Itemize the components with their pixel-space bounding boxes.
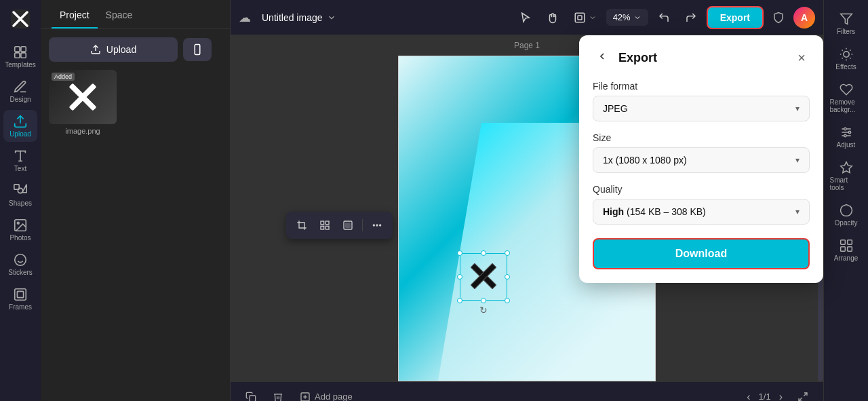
document-title: Untitled image	[262, 12, 323, 23]
svg-rect-3	[15, 47, 20, 52]
svg-point-50	[844, 134, 846, 136]
right-item-effects[interactable]: Effects	[827, 42, 865, 76]
prev-page-button[interactable]: ‹	[744, 389, 753, 402]
svg-rect-4	[21, 47, 26, 52]
svg-point-33	[380, 225, 381, 226]
expand-button[interactable]	[793, 389, 812, 402]
resize-handle-tr[interactable]	[505, 250, 510, 256]
crop-tool-button[interactable]	[292, 216, 312, 235]
delete-page-button[interactable]	[269, 389, 288, 402]
canvas-x-icon	[465, 259, 500, 294]
shield-icon-btn[interactable]	[768, 7, 789, 28]
more-options-button[interactable]	[367, 216, 387, 235]
size-section: Size 1x (1080 x 1080 px) ▾	[593, 132, 810, 173]
resize-handle-br[interactable]	[505, 298, 510, 303]
file-format-label: File format	[593, 81, 810, 92]
duplicate-page-button[interactable]	[241, 389, 260, 402]
toolbar-divider	[362, 219, 363, 231]
sidebar-item-templates[interactable]: Templates	[3, 41, 37, 73]
svg-rect-23	[575, 13, 585, 22]
layers-tool-button[interactable]	[338, 216, 358, 235]
resize-handle-tl[interactable]	[457, 250, 462, 256]
quality-value: High (154 KB – 308 KB)	[603, 206, 706, 217]
select-tool-button[interactable]	[514, 7, 537, 28]
topbar: ☁ Untitled image	[231, 0, 823, 35]
right-item-opacity[interactable]: Opacity	[827, 198, 865, 232]
page-label: Page 1	[514, 41, 540, 50]
add-page-button[interactable]: Add page	[296, 389, 357, 402]
zoom-control[interactable]: 42%	[606, 9, 648, 26]
sidebar-item-photos[interactable]: Photos	[3, 214, 37, 246]
title-dropdown-icon[interactable]	[327, 13, 336, 22]
user-avatar[interactable]: A	[793, 7, 815, 28]
upload-button[interactable]: Upload	[49, 37, 178, 62]
resize-handle-ml[interactable]	[457, 274, 462, 280]
svg-rect-53	[840, 247, 845, 252]
svg-point-31	[373, 225, 374, 226]
svg-rect-6	[21, 53, 26, 58]
right-item-adjust[interactable]: Adjust	[827, 120, 865, 154]
selected-element[interactable]: ↻	[460, 253, 507, 301]
file-format-dropdown-arrow: ▾	[795, 104, 800, 113]
right-item-remove-bg[interactable]: Remove backgr...	[827, 77, 865, 119]
rotate-handle[interactable]: ↻	[479, 305, 488, 316]
app-logo[interactable]	[8, 7, 33, 31]
quality-dropdown-arrow: ▾	[795, 207, 800, 216]
svg-rect-52	[847, 240, 852, 245]
svg-rect-34	[250, 396, 256, 402]
svg-rect-5	[15, 53, 20, 58]
grid-tool-button[interactable]	[315, 216, 335, 235]
sidebar: Project Space Upload Added	[41, 0, 231, 401]
resize-handle-bl[interactable]	[457, 298, 462, 303]
modal-title-row: Export	[593, 50, 657, 66]
redo-button[interactable]	[679, 7, 703, 28]
modal-back-button[interactable]	[593, 50, 612, 66]
sidebar-item-text[interactable]: Text	[3, 145, 37, 176]
right-item-smart-tools-label: Smart tools	[830, 176, 863, 191]
image-thumbnail[interactable]: Added	[49, 70, 117, 124]
page-navigation: ‹ 1/1 ›	[744, 389, 785, 402]
modal-title: Export	[618, 51, 657, 65]
resize-handle-bc[interactable]	[481, 298, 486, 303]
file-format-select[interactable]: JPEG ▾	[593, 96, 810, 121]
sidebar-item-photos-label: Photos	[9, 234, 31, 242]
canvas-tool-button[interactable]	[568, 7, 602, 28]
size-dropdown-arrow: ▾	[795, 155, 800, 165]
sidebar-item-frames[interactable]: Frames	[3, 283, 37, 315]
x-shape-icon	[66, 80, 100, 114]
sidebar-item-design-label: Design	[9, 96, 31, 103]
sidebar-item-templates-label: Templates	[5, 61, 36, 69]
right-item-smart-tools[interactable]: Smart tools	[827, 155, 865, 197]
svg-rect-27	[321, 226, 324, 229]
sidebar-item-upload-label: Upload	[9, 130, 31, 138]
sidebar-item-stickers[interactable]: Stickers	[3, 248, 37, 280]
undo-button[interactable]	[652, 7, 675, 28]
float-toolbar	[286, 212, 393, 239]
image-grid: Added image.png	[49, 70, 222, 135]
modal-close-button[interactable]: ×	[793, 49, 810, 67]
size-select[interactable]: 1x (1080 x 1080 px) ▾	[593, 147, 810, 173]
right-item-filters[interactable]: Filters	[827, 7, 865, 41]
sidebar-top-row: Upload	[49, 37, 222, 62]
right-item-arrange[interactable]: Arrange	[827, 233, 865, 267]
sidebar-item-shapes[interactable]: Shapes	[3, 179, 37, 211]
tab-project[interactable]: Project	[52, 0, 98, 28]
tab-space[interactable]: Space	[98, 0, 141, 28]
svg-point-15	[15, 254, 26, 266]
file-format-section: File format JPEG ▾	[593, 81, 810, 121]
sidebar-item-design[interactable]: Design	[3, 75, 37, 107]
sidebar-item-upload[interactable]: Upload	[3, 110, 37, 142]
svg-point-14	[17, 222, 19, 224]
quality-select[interactable]: High (154 KB – 308 KB) ▾	[593, 199, 810, 225]
mobile-view-button[interactable]	[183, 38, 212, 61]
next-page-button[interactable]: ›	[776, 389, 785, 402]
resize-handle-mr[interactable]	[505, 274, 510, 280]
document-title-area: Untitled image	[262, 12, 336, 23]
export-button[interactable]: Export	[707, 6, 764, 29]
right-item-effects-label: Effects	[835, 63, 856, 71]
download-button[interactable]: Download	[593, 238, 810, 269]
svg-point-41	[843, 52, 848, 57]
export-modal: Export × File format JPEG ▾ Size 1x (108…	[579, 35, 823, 283]
hand-tool-button[interactable]	[541, 7, 564, 28]
resize-handle-tc[interactable]	[481, 250, 486, 256]
